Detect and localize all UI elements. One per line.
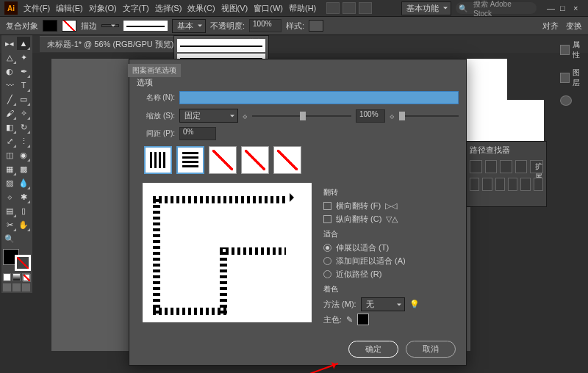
selection-tool[interactable]: ▲ — [17, 37, 30, 50]
tile-inner-corner[interactable] — [209, 146, 237, 174]
fit-approx-radio[interactable] — [323, 270, 331, 278]
brush-name-input[interactable] — [179, 91, 459, 104]
fit-stretch-radio[interactable] — [323, 244, 331, 252]
align-link[interactable]: 对齐 — [542, 21, 559, 32]
tile-side[interactable] — [144, 146, 172, 174]
window-minimize-icon[interactable]: — — [547, 4, 557, 12]
paintbrush-tool[interactable]: 🖌 — [3, 106, 16, 120]
pathfinder-mode-icon[interactable] — [534, 178, 543, 191]
menu-select[interactable]: 选择(S) — [155, 3, 182, 14]
layers-panel-button[interactable]: 图层 — [560, 68, 584, 88]
scale-link-icon[interactable]: ⟐ — [390, 112, 395, 120]
tool-handle[interactable]: ▸◂ — [3, 37, 16, 50]
toolbar-icon[interactable] — [359, 2, 372, 14]
gradient-tool[interactable]: ▨ — [3, 176, 16, 189]
line-tool[interactable]: ╱ — [3, 93, 16, 106]
cancel-button[interactable]: 取消 — [406, 341, 456, 358]
pathfinder-mode-icon[interactable] — [508, 178, 517, 191]
eraser-tool[interactable]: ◧ — [3, 120, 16, 134]
scale-tool[interactable]: ⤢ — [3, 134, 16, 148]
screen-mode-icon[interactable] — [22, 283, 30, 291]
pen-tool[interactable]: ✒ — [17, 65, 30, 78]
pathfinder-intersect-icon[interactable] — [500, 160, 512, 173]
menu-help[interactable]: 帮助(H) — [289, 3, 316, 14]
toolbar-icon[interactable] — [326, 2, 340, 14]
blend-tool[interactable]: ⟐ — [3, 190, 16, 203]
symbol-sprayer-tool[interactable]: ✱ — [17, 190, 30, 203]
color-method-dropdown[interactable]: 无 — [361, 297, 405, 311]
properties-panel-button[interactable]: 属性 — [560, 40, 584, 60]
gradient-mode-icon[interactable] — [12, 273, 21, 281]
stroke-profile-dropdown[interactable]: 基本 — [172, 19, 206, 33]
pathfinder-mode-icon[interactable] — [482, 178, 492, 191]
menu-effect[interactable]: 效果(C) — [187, 3, 215, 14]
pathfinder-unite-icon[interactable] — [470, 160, 482, 173]
perspective-tool[interactable]: ▦ — [3, 162, 16, 175]
window-maximize-icon[interactable]: □ — [560, 4, 570, 12]
scale-mode-dropdown[interactable]: 固定 — [179, 109, 238, 123]
flip-v-checkbox[interactable] — [323, 215, 331, 223]
window-close-icon[interactable]: × — [573, 4, 584, 12]
screen-mode-icon[interactable] — [12, 283, 21, 291]
stock-search[interactable]: 🔍搜索 Adobe Stock — [456, 2, 537, 14]
rotate-tool[interactable]: ↻ — [17, 120, 30, 134]
fit-space-radio[interactable] — [323, 257, 331, 265]
tile-outer-corner[interactable] — [176, 146, 204, 174]
graph-tool[interactable]: ▤ — [3, 204, 16, 217]
hand-tool[interactable]: ✋ — [17, 218, 30, 231]
mesh-tool[interactable]: ▩ — [17, 162, 30, 175]
workspace-dropdown[interactable]: 基本功能 — [401, 1, 451, 15]
type-tool[interactable]: T — [17, 79, 30, 92]
tile-end[interactable] — [273, 146, 301, 174]
eyedropper-icon[interactable]: ✎ — [346, 315, 353, 325]
cc-libraries-button[interactable] — [560, 95, 584, 106]
pathfinder-mode-icon[interactable] — [495, 178, 505, 191]
scale-link-icon[interactable]: ⟐ — [243, 112, 248, 120]
fill-stroke-control[interactable] — [3, 249, 31, 271]
pathfinder-mode-icon[interactable] — [470, 178, 479, 191]
slice-tool[interactable]: ✂ — [3, 218, 16, 231]
transform-link[interactable]: 变换 — [566, 21, 582, 32]
toolbar-icon[interactable] — [343, 2, 356, 14]
flip-h-checkbox[interactable] — [323, 202, 331, 210]
scale-value-input[interactable]: 100% — [356, 109, 385, 123]
opacity-input[interactable]: 100% — [249, 19, 282, 32]
menu-edit[interactable]: 编辑(E) — [56, 3, 83, 14]
shaper-tool[interactable]: ✧ — [17, 106, 30, 120]
tip-icon[interactable]: 💡 — [409, 300, 420, 309]
menu-file[interactable]: 文件(F) — [24, 3, 50, 14]
menu-window[interactable]: 窗口(W) — [254, 3, 283, 14]
pathfinder-exclude-icon[interactable] — [515, 160, 528, 173]
menu-object[interactable]: 对象(O) — [89, 3, 117, 14]
artboard-tool[interactable]: ▯ — [17, 204, 30, 217]
pathfinder-minus-icon[interactable] — [485, 160, 498, 173]
stroke-swatch[interactable] — [62, 20, 76, 32]
document-tab[interactable]: 未标题-1* @ 56% (RGB/GPU 预览) × — [40, 36, 190, 52]
stroke-style-preview[interactable] — [123, 21, 168, 31]
pathfinder-mode-icon[interactable] — [520, 178, 530, 191]
menu-type[interactable]: 文字(T) — [123, 3, 149, 14]
screen-mode-icon[interactable] — [3, 283, 11, 291]
spacing-input[interactable]: 0% — [179, 127, 216, 140]
menu-view[interactable]: 视图(V) — [221, 3, 248, 14]
fill-swatch[interactable] — [43, 20, 57, 32]
free-transform-tool[interactable]: ◫ — [3, 148, 16, 162]
pathfinder-expand-button[interactable]: 扩展 — [530, 160, 543, 173]
brush-stroke-option[interactable] — [177, 39, 265, 52]
curvature-tool[interactable]: 〰 — [3, 79, 16, 92]
color-mode-icon[interactable] — [3, 273, 11, 281]
rectangle-tool[interactable]: ▭ — [17, 93, 30, 106]
width-tool[interactable]: ⋮ — [17, 134, 30, 148]
eyedropper-tool[interactable]: 💧 — [17, 176, 30, 189]
key-color-swatch[interactable] — [357, 314, 369, 325]
ok-button[interactable]: 确定 — [348, 341, 398, 358]
graphic-style-swatch[interactable] — [309, 20, 323, 32]
stroke-weight-dropdown[interactable] — [101, 24, 119, 27]
direct-selection-tool[interactable]: △ — [3, 51, 16, 64]
magic-wand-tool[interactable]: ✦ — [17, 51, 30, 64]
none-mode-icon[interactable] — [22, 273, 30, 281]
zoom-tool[interactable]: 🔍 — [3, 232, 16, 245]
tile-start[interactable] — [241, 146, 269, 174]
lasso-tool[interactable]: ◐ — [3, 65, 16, 78]
shape-builder-tool[interactable]: ◉ — [17, 148, 30, 162]
